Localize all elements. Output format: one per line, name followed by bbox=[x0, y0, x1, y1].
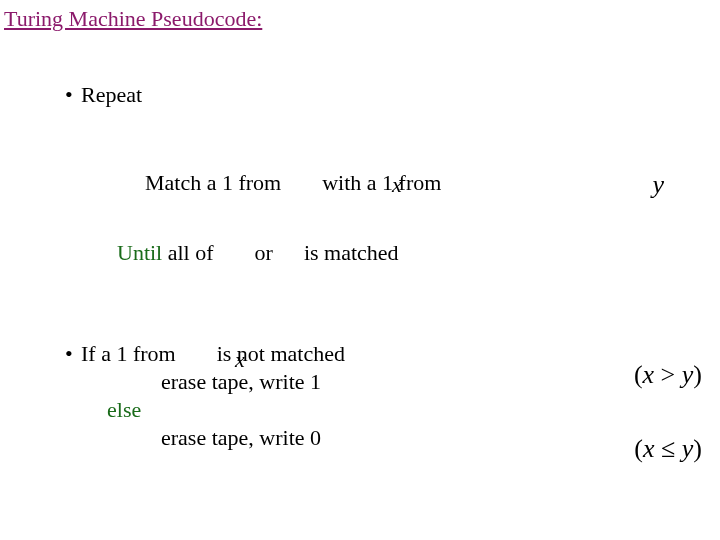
bullet-dot-icon: • bbox=[65, 82, 75, 108]
bullet-dot-icon: • bbox=[65, 340, 75, 368]
slide: Turing Machine Pseudocode: •Repeat Match… bbox=[0, 0, 720, 540]
math-x-icon: x bbox=[235, 346, 245, 374]
math-x-gt-y: (x > y) bbox=[634, 360, 702, 390]
erase-write-1: erase tape, write 1 bbox=[65, 368, 345, 396]
else-keyword: else bbox=[107, 397, 141, 422]
line-match: Match a 1 from with a 1 from x bbox=[145, 170, 441, 196]
match-part-a: Match a 1 from bbox=[145, 170, 281, 195]
math-x: x bbox=[643, 360, 655, 389]
repeat-text: Repeat bbox=[81, 82, 142, 107]
math-y: y bbox=[682, 434, 694, 463]
line-until: Until all of or is matched bbox=[117, 240, 399, 266]
or-text: or bbox=[255, 240, 273, 265]
bullet-if-block: •If a 1 from is not matched x erase tape… bbox=[65, 340, 345, 452]
erase-write-0: erase tape, write 0 bbox=[65, 424, 345, 452]
math-x-icon: x bbox=[392, 172, 402, 198]
is-matched-text: is matched bbox=[304, 240, 399, 265]
match-part-b: with a 1 from bbox=[322, 170, 441, 195]
until-keyword: Until bbox=[117, 240, 162, 265]
if-text: If a 1 from bbox=[81, 341, 176, 366]
if-line: •If a 1 from is not matched x bbox=[65, 340, 345, 368]
slide-title: Turing Machine Pseudocode: bbox=[4, 6, 262, 32]
bullet-repeat: •Repeat bbox=[65, 82, 142, 108]
math-y: y bbox=[682, 360, 694, 389]
all-of-text: all of bbox=[162, 240, 213, 265]
math-x: x bbox=[643, 434, 655, 463]
math-x-le-y: (x ≤ y) bbox=[634, 434, 702, 464]
math-y-icon: y bbox=[652, 170, 664, 200]
